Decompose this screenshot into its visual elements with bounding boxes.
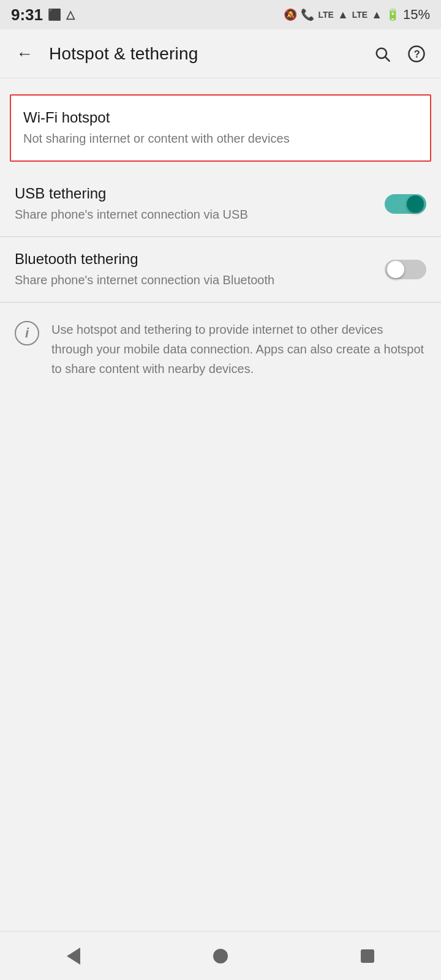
nav-home-icon [213,949,228,963]
nav-recents-button[interactable] [343,932,392,981]
cloud-icon: △ [66,8,75,21]
app-bar: ← Hotspot & tethering ? [0,29,441,78]
usb-tethering-subtitle: Share phone's internet connection via US… [15,206,385,223]
bluetooth-toggle-thumb [387,261,404,278]
nav-back-button[interactable] [49,932,98,981]
help-button[interactable]: ? [402,39,431,69]
svg-text:?: ? [414,48,420,59]
signal-lte-icon: LTE [318,10,333,20]
signal-bars-icon: ▲ [337,9,349,21]
usb-icon: ⬛ [48,8,61,21]
usb-toggle-thumb [407,195,424,213]
search-icon [374,45,391,62]
phone-icon: 📞 [301,8,314,21]
bluetooth-tethering-title: Bluetooth tethering [15,251,385,268]
signal-bars2-icon: ▲ [371,9,382,21]
svg-line-1 [385,57,389,61]
info-section: i Use hotspot and tethering to provide i… [0,303,441,396]
status-bar: 9:31 ⬛ △ 🔕 📞 LTE ▲ LTE ▲ 🔋 15% [0,0,441,29]
bluetooth-tethering-item[interactable]: Bluetooth tethering Share phone's intern… [0,237,441,302]
page-title: Hotspot & tethering [49,44,358,64]
status-right: 🔕 📞 LTE ▲ LTE ▲ 🔋 15% [284,7,430,23]
signal-lte2-icon: LTE [352,10,368,20]
nav-home-button[interactable] [196,932,245,981]
nav-bar [0,931,441,980]
wifi-hotspot-subtitle: Not sharing internet or content with oth… [23,130,418,147]
usb-tethering-item[interactable]: USB tethering Share phone's internet con… [0,172,441,236]
bluetooth-tethering-subtitle: Share phone's internet connection via Bl… [15,271,385,288]
battery-percent: 15% [403,7,430,23]
usb-tethering-title: USB tethering [15,185,385,202]
settings-content: Wi-Fi hotspot Not sharing internet or co… [0,78,441,931]
search-button[interactable] [368,39,397,69]
info-i-symbol: i [25,325,29,341]
info-icon: i [15,321,39,345]
usb-tethering-text: USB tethering Share phone's internet con… [15,185,385,223]
nav-recents-icon [361,949,374,963]
wifi-hotspot-item[interactable]: Wi-Fi hotspot Not sharing internet or co… [10,94,431,162]
bluetooth-tethering-toggle[interactable] [385,258,426,281]
back-arrow-icon: ← [16,44,33,64]
mute-icon: 🔕 [284,8,297,21]
time-display: 9:31 [11,6,43,24]
back-button[interactable]: ← [10,39,39,69]
app-bar-actions: ? [368,39,431,69]
nav-back-icon [67,948,80,965]
usb-tethering-toggle[interactable] [385,193,426,215]
status-left: 9:31 ⬛ △ [11,6,75,24]
wifi-hotspot-title: Wi-Fi hotspot [23,109,418,126]
battery-icon: 🔋 [386,8,399,21]
info-description: Use hotspot and tethering to provide int… [51,320,426,379]
help-icon: ? [407,45,426,63]
bluetooth-tethering-text: Bluetooth tethering Share phone's intern… [15,251,385,288]
